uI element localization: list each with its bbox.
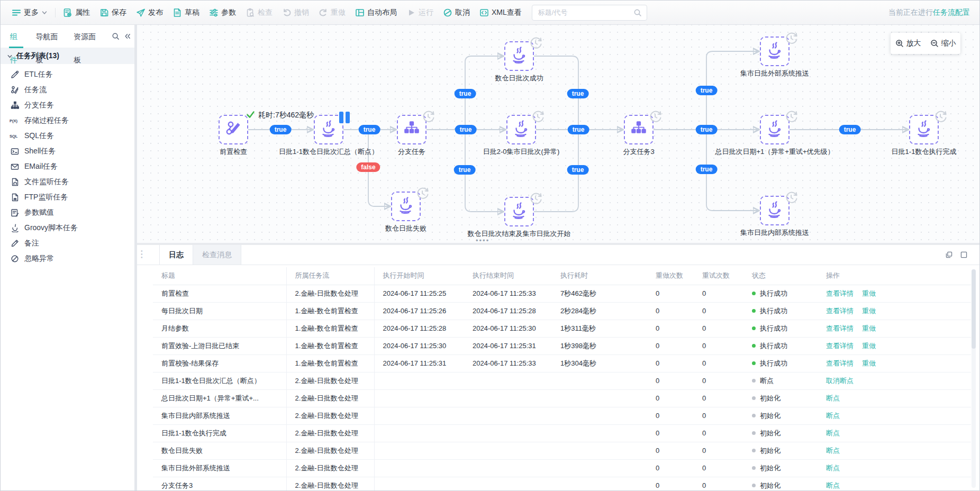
action-link-断点[interactable]: 断点 <box>826 464 840 472</box>
column-header[interactable]: 所属任务流 <box>286 267 374 285</box>
action-link-查看详情[interactable]: 查看详情 <box>826 342 854 350</box>
log-table-row[interactable]: 日批1-1数仓执行完成 2.金融-日批数仓处理 0 0 初始化 断点 <box>153 424 971 442</box>
action-link-取消断点[interactable]: 取消断点 <box>826 377 854 385</box>
collapse-icon[interactable] <box>123 32 131 40</box>
action-link-重做[interactable]: 重做 <box>862 324 876 332</box>
sidebar-item-SQL任务[interactable]: SQL SQL任务 <box>1 128 134 143</box>
log-scrollbar[interactable] <box>972 269 976 488</box>
log-tab-check-messages[interactable]: 检查消息 <box>193 245 241 265</box>
action-link-重做[interactable]: 重做 <box>862 289 876 297</box>
log-table-row[interactable]: 月结参数 1.金融-数仓前置检查 2024-06-17 11:25:28 202… <box>153 320 971 337</box>
task-node-dw-batch-fail[interactable] <box>391 192 421 221</box>
log-table-row[interactable]: 集市日批内部系统推送 2.金融-日批数仓处理 0 0 初始化 断点 <box>153 407 971 424</box>
sidebar-item-存储过程任务[interactable]: P(X) 存储过程任务 <box>1 113 134 128</box>
action-link-重做[interactable]: 重做 <box>862 307 876 315</box>
column-header[interactable]: 执行耗时 <box>552 267 647 285</box>
sidebar-item-备注[interactable]: 备注 <box>1 235 134 251</box>
toolbar-auto-layout-button[interactable]: 自动布局 <box>350 4 402 22</box>
sidebar-item-Groovy脚本任务[interactable]: Groovy脚本任务 <box>1 220 134 235</box>
log-table-row[interactable]: 前置检查 2.金融-日批数仓处理 2024-06-17 11:25:25 202… <box>153 285 971 302</box>
cell-status: 初始化 <box>743 407 818 424</box>
toolbar-params-button[interactable]: 参数 <box>204 4 241 22</box>
sidebar-item-EMail任务[interactable]: EMail任务 <box>1 159 134 174</box>
action-link-断点[interactable]: 断点 <box>826 429 840 437</box>
log-table-row[interactable]: 日批1-1数仓日批次汇总（断点） 2.金融-日批数仓处理 0 0 断点 取消断点 <box>153 372 971 389</box>
log-table-row[interactable]: 前置效验-上游日批已结束 1.金融-数仓前置检查 2024-06-17 11:2… <box>153 337 971 354</box>
sidebar-item-文件监听任务[interactable]: 文件监听任务 <box>1 174 134 189</box>
toolbar-cancel-button[interactable]: 取消 <box>438 4 475 22</box>
toolbar-redo-button[interactable]: 重做 <box>314 4 350 22</box>
draft-icon <box>173 8 182 17</box>
task-node-total-date-plus1[interactable] <box>760 115 790 144</box>
column-header[interactable]: 执行结束时间 <box>464 267 552 285</box>
task-node-mart-ext-push[interactable] <box>760 37 790 66</box>
action-link-断点[interactable]: 断点 <box>826 447 840 454</box>
task-node-branch-task3[interactable] <box>624 115 654 144</box>
task-node-dw-batch-success[interactable] <box>504 41 534 71</box>
task-node-rb2-0-mart-batch[interactable] <box>506 115 536 144</box>
task-node-pre-check[interactable] <box>219 115 248 144</box>
column-header[interactable]: 状态 <box>743 267 818 285</box>
sidebar-item-Shell任务[interactable]: Shell任务 <box>1 143 134 159</box>
search-icon[interactable] <box>112 32 120 40</box>
toolbar-more-button[interactable]: 更多 <box>7 4 52 22</box>
log-table-row[interactable]: 数仓日批失败 2.金融-日批数仓处理 0 0 初始化 断点 <box>153 442 971 459</box>
toolbar-save-button[interactable]: 保存 <box>95 4 131 22</box>
action-link-查看详情[interactable]: 查看详情 <box>826 307 854 315</box>
sidebar-item-FTP监听任务[interactable]: FTP监听任务 <box>1 189 134 205</box>
drag-handle-icon[interactable]: ••• <box>141 250 143 259</box>
log-tab-log[interactable]: 日志 <box>159 245 193 265</box>
log-table-row[interactable]: 前置校验-结果保存 1.金融-数仓前置检查 2024-06-17 11:25:3… <box>153 354 971 372</box>
toolbar-run-button[interactable]: 运行 <box>402 4 438 22</box>
action-link-重做[interactable]: 重做 <box>862 359 876 367</box>
sidebar-tab-resource-panel[interactable]: 资源面板 <box>74 25 98 48</box>
log-scrollbar-thumb[interactable] <box>972 269 976 349</box>
column-header[interactable]: 标题 <box>153 267 286 285</box>
toolbar-properties-button[interactable]: 属性 <box>58 4 95 22</box>
action-link-查看详情[interactable]: 查看详情 <box>826 359 854 367</box>
sidebar-item-参数赋值[interactable]: 参数赋值 <box>1 205 134 220</box>
column-header[interactable]: 重做次数 <box>647 267 694 285</box>
action-link-重做[interactable]: 重做 <box>862 342 876 350</box>
top-toolbar: 更多 属性 保存 发布 草稿 参数 检查 撤销 重做 自动布局 <box>1 1 979 25</box>
workflow-canvas[interactable]: 放大 缩小 •••• 前置检查 耗时:7秒462毫秒 日批1-1数仓日批次汇总（… <box>137 25 979 245</box>
action-link-查看详情[interactable]: 查看详情 <box>826 289 854 297</box>
task-node-rb1-1-done[interactable] <box>909 115 939 144</box>
action-link-断点[interactable]: 断点 <box>826 481 840 489</box>
column-header[interactable]: 操作 <box>818 267 971 285</box>
sidebar-tab-components[interactable]: 组件 <box>10 25 22 48</box>
toolbar-xml-view-button[interactable]: XML查看 <box>475 4 527 22</box>
column-header[interactable]: 重试次数 <box>694 267 743 285</box>
toolbar-undo-button[interactable]: 撤销 <box>277 4 314 22</box>
task-node-dw-end-mart-start[interactable] <box>504 197 534 226</box>
action-link-查看详情[interactable]: 查看详情 <box>826 324 854 332</box>
toolbar-publish-button[interactable]: 发布 <box>131 4 168 22</box>
cell-duration <box>552 442 647 459</box>
column-header[interactable]: 执行开始时间 <box>374 267 464 285</box>
action-link-断点[interactable]: 断点 <box>826 412 840 420</box>
sidebar-tab-nav-panel[interactable]: 导航面板 <box>35 25 60 48</box>
title-code-search[interactable] <box>532 5 647 21</box>
sidebar-item-忽略异常[interactable]: 忽略异常 <box>1 251 134 266</box>
toolbar-draft-button[interactable]: 草稿 <box>168 4 204 22</box>
action-link-断点[interactable]: 断点 <box>826 394 840 402</box>
zoom-out-button[interactable]: 缩小 <box>930 39 956 48</box>
toolbar-check-button[interactable]: 检查 <box>241 4 277 22</box>
task-node-mart-int-push[interactable] <box>760 196 790 225</box>
float-window-icon[interactable] <box>945 251 953 259</box>
search-input[interactable] <box>537 8 633 17</box>
log-table-row[interactable]: 总日批次日期+1（异常+重试+... 2.金融-日批数仓处理 0 0 初始化 断… <box>153 389 971 407</box>
log-table-row[interactable]: 每日批次日期 1.金融-数仓前置检查 2024-06-17 11:25:26 2… <box>153 302 971 320</box>
sidebar-item-分支任务[interactable]: 分支任务 <box>1 97 134 113</box>
task-node-branch-task[interactable] <box>397 115 427 144</box>
log-panel: ••• 日志检查消息 <box>137 245 979 490</box>
zoom-in-button[interactable]: 放大 <box>895 39 921 48</box>
cell-duration: 1秒304毫秒 <box>552 354 647 372</box>
sidebar-item-任务流[interactable]: 任务流 <box>1 82 134 97</box>
cell-status: 初始化 <box>743 477 818 490</box>
log-table-row[interactable]: 分支任务3 2.金融-日批数仓处理 0 0 初始化 断点 <box>153 477 971 490</box>
sidebar-item-ETL任务[interactable]: ETL任务 <box>1 67 134 82</box>
maximize-icon[interactable] <box>960 251 968 259</box>
log-table-row[interactable]: 集市日批外部系统推送 2.金融-日批数仓处理 0 0 初始化 断点 <box>153 459 971 477</box>
task-list-section-header[interactable]: 任务列表(13) <box>1 48 134 64</box>
